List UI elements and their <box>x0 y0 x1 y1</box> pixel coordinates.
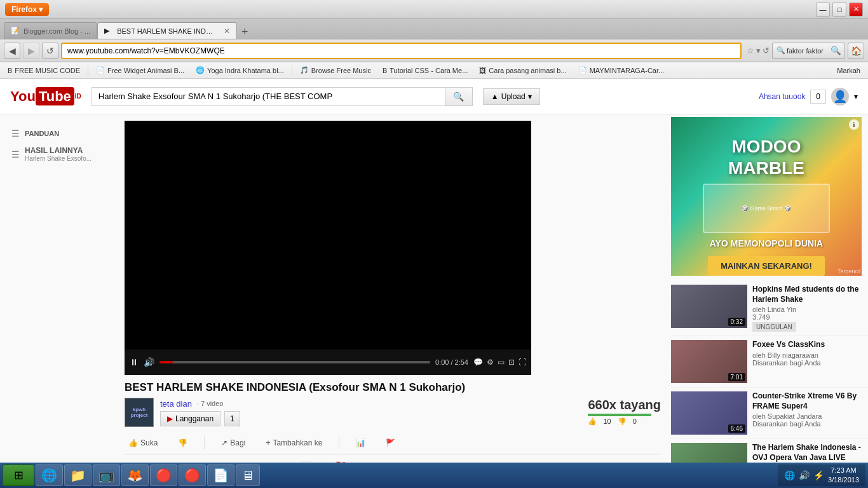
minimize-button[interactable]: — <box>816 3 830 17</box>
video-player[interactable] <box>125 121 531 349</box>
user-avatar[interactable]: 👤 <box>831 88 849 105</box>
theater-icon[interactable]: ▭ <box>498 358 505 367</box>
username[interactable]: Ahsan tuuook <box>759 92 805 101</box>
sidebar-hasil-sub: Harlem Shake Exsofo... <box>25 155 92 162</box>
taskbar-media[interactable]: 📺 <box>93 464 120 486</box>
bookmark-free-music[interactable]: B FREE MUSIC CODE <box>3 64 85 78</box>
stats-button[interactable]: 📊 <box>352 436 369 450</box>
ie-icon: 🌐 <box>41 468 57 483</box>
reload-icon[interactable]: ↺ <box>763 46 770 55</box>
browser-tab-1[interactable]: 📝 Blogger.com Blog - ... <box>4 22 97 39</box>
taskbar-monitor[interactable]: 🖥 <box>236 464 260 486</box>
search-engine-button[interactable]: 🔍 faktor faktor <box>772 43 827 59</box>
taskbar: ⊞ 🌐 📁 📺 🦊 🔴 🔴 📄 🖥 🌐 🔊 ⚡ 7:23 AM 3/18/201… <box>0 463 868 488</box>
refresh-button[interactable]: ↺ <box>42 43 58 59</box>
progress-bar[interactable] <box>159 361 430 363</box>
flag-button[interactable]: 🚩 <box>382 436 399 450</box>
back-button[interactable]: ◀ <box>4 43 20 59</box>
close-button[interactable]: ✕ <box>849 3 863 17</box>
monitor-icon: 🖥 <box>241 468 254 483</box>
youtube-search-button[interactable]: 🔍 <box>445 87 473 106</box>
firefox-menu-button[interactable]: Firefox ▾ <box>5 3 49 16</box>
ad-label: Terpencil <box>837 268 860 274</box>
bookmark-markah[interactable]: Markah <box>832 64 865 78</box>
ad-cta-button[interactable]: MAINKAN SEKARANG! <box>708 256 825 276</box>
advertisement-banner[interactable]: ℹ MODOOMARBLE 🎲 Game Board 🎲 AYO MEMONOP… <box>671 117 862 276</box>
home-button[interactable]: 🏠 <box>848 43 864 59</box>
video-title: BEST HARLEM SHAKE INDONESIA (Exsofour SM… <box>125 381 661 394</box>
action-divider-2 <box>339 437 339 449</box>
sidebar-hasil[interactable]: ☰ HASIL LAINNYA Harlem Shake Exsofo... <box>6 142 114 166</box>
taskbar-red1[interactable]: 🔴 <box>150 464 177 486</box>
related-channel-1: oleh Linda Yin <box>752 306 868 313</box>
ad-info-button[interactable]: ℹ <box>849 119 859 130</box>
upload-button[interactable]: ▲ Upload ▾ <box>483 88 540 105</box>
system-time[interactable]: 7:23 AM 3/18/2013 <box>828 466 859 485</box>
bookmark-browse-music[interactable]: 🎵 Browse Free Music <box>295 64 376 78</box>
account-dropdown-icon[interactable]: ▾ <box>854 92 858 101</box>
sidebar-panduan[interactable]: ☰ PANDUAN <box>6 125 114 142</box>
captions-icon[interactable]: 💬 <box>473 358 483 367</box>
maximize-button[interactable]: □ <box>832 3 846 17</box>
pause-button[interactable]: ⏸ <box>130 357 139 367</box>
url-bar-wrapper <box>61 43 742 59</box>
taskbar-explorer[interactable]: 📁 <box>64 464 92 486</box>
channel-thumbnail[interactable]: kpwhproject <box>125 398 154 427</box>
search-go-button[interactable]: 🔍 <box>827 43 845 59</box>
taskbar-firefox[interactable]: 🦊 <box>121 464 149 486</box>
nav-bar: ◀ ▶ ↺ ☆ ▾ ↺ 🔍 faktor faktor 🔍 🏠 <box>0 39 868 62</box>
start-button[interactable]: ⊞ <box>3 464 34 486</box>
bookmark-favicon-7: 📄 <box>578 66 587 74</box>
action-divider-1 <box>204 437 205 449</box>
tab-close-2[interactable]: ✕ <box>224 27 230 36</box>
bookmark-favicon-4: 🎵 <box>300 66 309 74</box>
channel-info: teta dian · 7 video ▶ Langganan 1 <box>160 399 240 426</box>
bookmark-widget[interactable]: 📄 Free Widget Animasi B... <box>91 64 189 78</box>
new-tab-button[interactable]: + <box>237 25 252 39</box>
like-icon: 👍 <box>128 438 138 447</box>
settings-icon[interactable]: ⚙ <box>487 358 494 367</box>
forward-button[interactable]: ▶ <box>23 43 39 59</box>
related-duration-3: 6:46 <box>728 424 745 433</box>
taskbar-word[interactable]: 📄 <box>207 464 234 486</box>
youtube-search-input[interactable] <box>92 87 445 106</box>
fullscreen-icon[interactable]: ⛶ <box>519 358 526 367</box>
bookmark-animasi[interactable]: 🖼 Cara pasang animasi b... <box>474 64 571 78</box>
tray-network-icon[interactable]: 🌐 <box>784 470 795 480</box>
dislike-button[interactable]: 👎 <box>174 436 191 450</box>
channel-name[interactable]: teta dian <box>160 399 192 409</box>
upload-label: Upload <box>501 92 526 101</box>
url-bar[interactable] <box>61 43 742 59</box>
taskbar-ie[interactable]: 🌐 <box>36 464 63 486</box>
tray-volume-icon[interactable]: 🔊 <box>799 470 810 480</box>
subscribe-button[interactable]: ▶ Langganan <box>160 411 220 426</box>
ad-game-board: 🎲 Game Board 🎲 <box>703 184 830 233</box>
search-engine-label: faktor faktor <box>787 47 824 55</box>
related-title-1: Hopkins Med students do the Harlem Shake <box>752 285 868 304</box>
bookmark-tutorial-css[interactable]: B Tutorial CSS - Cara Me... <box>377 64 473 78</box>
related-video-1[interactable]: 0:32 Hopkins Med students do the Harlem … <box>671 281 868 336</box>
media-icon: 📺 <box>98 468 114 483</box>
rating-bar <box>588 414 651 416</box>
share-button[interactable]: ↗ Bagi <box>217 436 249 450</box>
related-views-2: Disarankan bagi Anda <box>752 359 868 367</box>
down-arrow-icon[interactable]: ▾ <box>756 46 761 55</box>
bookmark-star-icon[interactable]: ☆ <box>747 46 754 55</box>
bookmark-yoga[interactable]: 🌐 Yoga Indra Khatama bl... <box>191 64 289 78</box>
notification-button[interactable]: 0 <box>810 90 826 104</box>
add-to-button[interactable]: + Tambahkan ke <box>262 436 326 450</box>
miniplayer-icon[interactable]: ⊡ <box>508 358 515 367</box>
tray-power-icon[interactable]: ⚡ <box>813 470 824 480</box>
like-button[interactable]: 👍 Suka <box>125 436 161 450</box>
taskbar-red2[interactable]: 🔴 <box>179 464 206 486</box>
related-video-3[interactable]: 6:46 Counter-Strike Xtreme V6 By FRAME S… <box>671 388 868 439</box>
youtube-logo[interactable]: YouTube ID <box>10 88 81 105</box>
ad-image: ℹ MODOOMARBLE 🎲 Game Board 🎲 AYO MEMONOP… <box>671 117 862 276</box>
browser-chrome: Firefox ▾ — □ ✕ 📝 Blogger.com Blog - ...… <box>0 0 868 79</box>
related-video-2[interactable]: 7:01 Foxee Vs ClassKins oleh Billy niaga… <box>671 336 868 388</box>
bookmark-maymintaraga[interactable]: 📄 MAYMINTARAGA-Car... <box>573 64 670 78</box>
like-dislike-counts: 👍 10 👎 0 <box>588 417 661 426</box>
sidebar-hasil-info: HASIL LAINNYA Harlem Shake Exsofo... <box>25 146 92 162</box>
browser-tab-2[interactable]: ▶ BEST HARLEM SHAKE INDONESIA (Ex... × ✕ <box>97 22 237 39</box>
volume-button[interactable]: 🔊 <box>144 357 154 367</box>
